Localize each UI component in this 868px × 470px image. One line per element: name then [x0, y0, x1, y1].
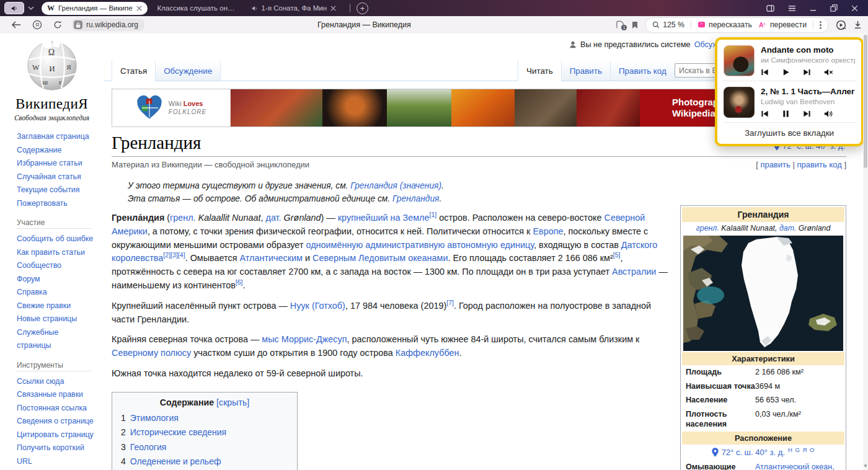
- toc-item[interactable]: 4Оледенение и рельеф: [121, 454, 288, 469]
- close-icon[interactable]: [136, 6, 142, 11]
- mute-icon[interactable]: [824, 68, 833, 76]
- sidebar-item[interactable]: Цитировать страницу: [17, 428, 95, 442]
- sidebar-item[interactable]: Как править статьи: [17, 246, 95, 260]
- next-icon[interactable]: [803, 68, 811, 76]
- zoom-control[interactable]: 125 %: [652, 20, 684, 29]
- tab-active[interactable]: WГренландия — Википе: [42, 2, 148, 15]
- new-tab-button[interactable]: +: [356, 2, 368, 14]
- sidebar-item[interactable]: Случайная статья: [17, 171, 95, 184]
- wiki-link[interactable]: править: [760, 160, 790, 169]
- coordinate-service-links[interactable]: H G Я O: [788, 446, 815, 453]
- wiki-link[interactable]: Европе: [533, 226, 563, 236]
- side-panel-icon[interactable]: [766, 4, 774, 12]
- tab-audio-mute-button[interactable]: [4, 2, 24, 14]
- maximize-icon[interactable]: [830, 4, 838, 12]
- tab[interactable]: 1-я Соната, Фа Мин: [244, 0, 343, 16]
- prev-icon[interactable]: [761, 110, 769, 118]
- wiki-link[interactable]: Северным Ледовитым океанами: [312, 253, 448, 263]
- wiki-link[interactable]: одноимённую административную автономную …: [306, 240, 534, 250]
- wiki-link[interactable]: Нуук (Готхоб): [290, 301, 345, 311]
- lang-label-link[interactable]: гренл.: [696, 224, 719, 233]
- scrollbar-thumb[interactable]: [864, 35, 867, 168]
- lang-label-link[interactable]: дат.: [266, 213, 281, 223]
- lock-icon[interactable]: [74, 20, 82, 29]
- menu-icon[interactable]: [788, 5, 796, 12]
- reference-link[interactable]: [2][3][4]: [163, 252, 185, 259]
- back-icon[interactable]: [11, 20, 21, 29]
- download-icon[interactable]: [854, 20, 862, 29]
- reload-icon[interactable]: [53, 20, 62, 29]
- greenland-satellite-image[interactable]: [683, 236, 843, 351]
- retell-button[interactable]: “ пересказать: [698, 20, 752, 29]
- bookmark-icon[interactable]: [632, 21, 638, 29]
- sidebar-item[interactable]: Текущие события: [17, 184, 95, 197]
- sidebar-item[interactable]: Получить короткий URL: [17, 441, 95, 468]
- mute-all-tabs-button[interactable]: Заглушить все вкладки: [717, 123, 861, 144]
- sidebar-item[interactable]: Сообщить об ошибке: [17, 233, 95, 246]
- sidebar-item[interactable]: Постоянная ссылка: [17, 402, 95, 415]
- player-icon[interactable]: [836, 20, 846, 30]
- sidebar-item[interactable]: Содержание: [17, 144, 95, 157]
- sidebar-item[interactable]: Сведения о странице: [17, 415, 95, 428]
- tab-Статья[interactable]: Статья: [112, 61, 156, 81]
- wiki-link[interactable]: править код: [797, 160, 841, 169]
- wiki-link[interactable]: Австралии: [612, 267, 656, 277]
- reference-link[interactable]: [7]: [446, 299, 454, 306]
- sidebar-item[interactable]: Сообщество: [17, 259, 95, 273]
- sidebar-item[interactable]: Связанные правки: [17, 388, 95, 402]
- volume-icon[interactable]: [824, 110, 833, 118]
- sidebar-item[interactable]: Служебные страницы: [17, 326, 95, 353]
- wiki-link[interactable]: Каффеклуббен: [396, 348, 459, 358]
- sidebar-item[interactable]: Справка: [17, 286, 95, 299]
- toc-item[interactable]: 1Этимология: [121, 411, 288, 426]
- sidebar-item[interactable]: Форум: [17, 273, 95, 286]
- sidebar-item[interactable]: Ссылки сюда: [17, 375, 95, 389]
- yandex-profile-icon[interactable]: Я: [32, 20, 42, 30]
- wiki-link[interactable]: мыс Моррис-Джесуп: [262, 334, 347, 344]
- wiki-link[interactable]: Северному полюсу: [112, 348, 191, 358]
- reference-link[interactable]: [1]: [429, 211, 436, 218]
- kebab-menu-icon[interactable]: [820, 21, 822, 29]
- wiki-link[interactable]: Гренландия (значения): [350, 181, 441, 190]
- sidebar-item[interactable]: Новые страницы: [17, 313, 95, 326]
- toc-item[interactable]: 3Геология: [121, 440, 288, 455]
- close-icon[interactable]: [851, 5, 858, 12]
- minimize-icon[interactable]: [810, 5, 817, 12]
- reference-link[interactable]: [6]: [236, 278, 243, 286]
- lang-label-link[interactable]: дат.: [779, 224, 796, 233]
- tab-Править код[interactable]: Править код: [611, 61, 675, 81]
- toc-link[interactable]: Геология: [130, 442, 167, 452]
- toc-item[interactable]: 2Исторические сведения: [121, 425, 288, 440]
- tab-Обсуждение[interactable]: Обсуждение: [156, 61, 221, 81]
- play-icon[interactable]: [782, 68, 790, 76]
- toc-link[interactable]: Исторические сведения: [130, 427, 226, 437]
- close-icon[interactable]: [330, 6, 336, 11]
- tab-Править[interactable]: Править: [562, 61, 611, 81]
- chevron-down-icon[interactable]: [28, 6, 34, 10]
- reference-link[interactable]: [5]: [613, 252, 621, 259]
- tab[interactable]: Классика слушать онлайн: [150, 0, 244, 16]
- scrollbar[interactable]: ▼: [863, 33, 868, 470]
- wiki-link[interactable]: крупнейший на Земле: [338, 213, 430, 223]
- sidebar-item[interactable]: Пожертвовать: [17, 197, 95, 211]
- scrollbar-down-arrow[interactable]: ▼: [863, 463, 868, 469]
- sidebar-item[interactable]: Заглавная страница: [17, 130, 95, 144]
- address-bar[interactable]: ru.wikipedia.org: [72, 19, 144, 31]
- toc-link[interactable]: Этимология: [130, 413, 179, 423]
- wiki-link[interactable]: Гренландия: [392, 194, 440, 203]
- toc-link[interactable]: Оледенение и рельеф: [130, 456, 221, 466]
- collections-icon[interactable]: 1: [616, 20, 624, 29]
- pause-icon[interactable]: [782, 110, 790, 118]
- wikipedia-logo[interactable]: Ω W И Я ш ε ВикипедиЯ Свободная энциклоп…: [0, 33, 104, 122]
- lang-label-link[interactable]: гренл.: [170, 213, 196, 223]
- next-icon[interactable]: [803, 110, 811, 118]
- tab-Читать[interactable]: Читать: [518, 61, 562, 81]
- translate-button[interactable]: A б перевести: [758, 20, 807, 29]
- prev-icon[interactable]: [761, 68, 769, 76]
- toc-hide-link[interactable]: [скрыть]: [216, 397, 249, 407]
- sidebar-item[interactable]: Избранные статьи: [17, 157, 95, 171]
- wiki-link[interactable]: Атлантический океан,: [755, 463, 835, 470]
- infobox-coordinates[interactable]: 72° с. ш. 40° з. д. H G Я O: [682, 445, 844, 460]
- wiki-link[interactable]: Атлантическим: [240, 253, 303, 263]
- tab-audio-icon[interactable]: [252, 6, 258, 11]
